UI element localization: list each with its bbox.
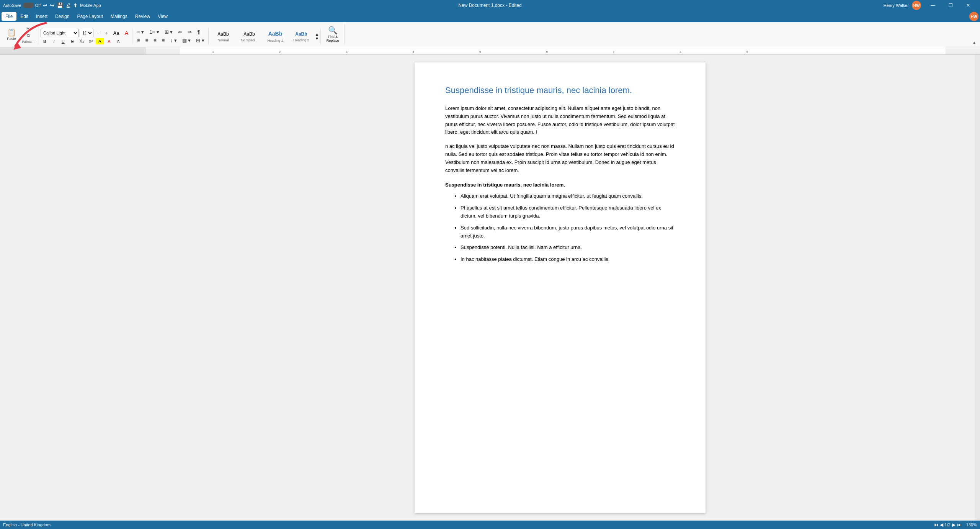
styles-scroll[interactable]: ▲ ▼ [315, 32, 319, 41]
find-replace-btn[interactable]: 🔍 Find & Replace [323, 24, 343, 44]
paste-btn[interactable]: 📋 Paste [4, 27, 19, 43]
superscript-btn[interactable]: X² [87, 38, 95, 44]
align-center-btn[interactable]: ≡ [143, 36, 151, 44]
style-heading1-btn[interactable]: AaBb Heading 1 [263, 28, 287, 44]
ribbon: 📋 Paste ✂ ⧉ Painta... Calibri Light 10 −… [0, 22, 980, 47]
mobile-app-btn[interactable]: Mobile App [80, 3, 101, 8]
copy-btn[interactable]: ⧉ [20, 32, 36, 39]
next-page-btn[interactable]: ▶ [952, 522, 956, 527]
line-spacing-btn[interactable]: ↕ ▾ [168, 36, 179, 44]
last-page-btn[interactable]: ⏭ [957, 522, 962, 527]
window-controls: — ❐ ✕ [924, 0, 977, 11]
cut-btn[interactable]: ✂ [20, 25, 36, 32]
justify-btn[interactable]: ≡ [160, 36, 167, 44]
clipboard-small: ✂ ⧉ Painta... [20, 25, 36, 44]
char-shade-btn[interactable]: A [114, 38, 122, 44]
scrollbar-area[interactable] [975, 55, 980, 521]
style-normal-name: Normal [217, 38, 229, 42]
ruler-mark-8: 8 [679, 50, 681, 54]
scrollbar-thumb[interactable] [975, 59, 980, 89]
status-bar-right: ⏮ ◀ 1/2 ▶ ⏭ 130% [934, 522, 977, 527]
menu-review[interactable]: Review [131, 12, 154, 21]
subscript-btn[interactable]: X₂ [77, 38, 86, 44]
share-btn[interactable]: ⬆ [73, 2, 78, 8]
font-controls-row1: Calibri Light 10 − + Aa A [41, 29, 131, 37]
menu-design[interactable]: Design [51, 12, 73, 21]
align-left-btn[interactable]: ≡ [135, 36, 142, 44]
list-group: ≡ ▾ 1≡ ▾ ⊞ ▾ ⇐ ⇒ ¶ ≡ ≡ ≡ ≡ ↕ ▾ ▨ ▾ ⊞ ▾ [135, 28, 207, 44]
menu-mailings[interactable]: Mailings [107, 12, 131, 21]
style-nospace-btn[interactable]: AaBb No Spaci... [237, 29, 261, 44]
ruler: 1 2 3 4 5 6 7 8 9 [0, 47, 980, 55]
clear-format-btn[interactable]: A [122, 29, 131, 37]
menu-edit[interactable]: Edit [16, 12, 32, 21]
ribbon-collapse: ▲ [971, 40, 978, 44]
ruler-white [180, 47, 946, 54]
maximize-btn[interactable]: ❐ [942, 0, 959, 11]
highlight-btn[interactable]: A [96, 38, 104, 44]
menu-insert[interactable]: Insert [32, 12, 51, 21]
document-paragraph-1: Lorem ipsum dolor sit amet, consectetur … [445, 105, 675, 136]
style-normal-btn[interactable]: AaBb Normal [211, 29, 235, 44]
collapse-ribbon-btn[interactable]: ▲ [971, 40, 978, 44]
indent-btn[interactable]: ⇒ [185, 28, 194, 36]
document-page[interactable]: Suspendisse in tristique mauris, nec lac… [415, 62, 706, 513]
user-avatar-menu[interactable]: HW [969, 12, 978, 21]
shading-btn[interactable]: ▨ ▾ [180, 36, 193, 44]
style-heading2-name: Heading 2 [293, 38, 309, 42]
font-group: Calibri Light 10 − + Aa A B I U S X₂ X² … [39, 29, 132, 44]
ruler-mark-1: 1 [212, 50, 214, 54]
document-title: New Document 1.docx - Edited [458, 3, 521, 8]
title-bar-left: AutoSave Off ↩ ↪ 💾 🖨 ⬆ Mobile App [3, 2, 101, 8]
ruler-content: 1 2 3 4 5 6 7 8 9 [145, 47, 980, 54]
style-heading2-btn[interactable]: AaBb Heading 2 [289, 29, 314, 44]
scrollbar-track[interactable] [975, 55, 980, 521]
autosave-toggle[interactable] [23, 3, 34, 8]
find-replace-icon: 🔍 [328, 26, 338, 35]
menu-view[interactable]: View [154, 12, 172, 21]
title-bar-right: Henry Walker HW — ❐ ✕ [884, 0, 977, 11]
font-color-btn[interactable]: A [105, 38, 113, 44]
prev-page-btn[interactable]: ◀ [940, 522, 943, 527]
save-btn[interactable]: 💾 [57, 2, 63, 8]
left-sidebar [0, 55, 145, 521]
italic-btn[interactable]: I [50, 38, 58, 44]
document-area: Suspendisse in tristique mauris, nec lac… [145, 55, 975, 521]
ruler-mark-7: 7 [613, 50, 614, 54]
format-paint-btn[interactable]: Painta... [20, 39, 36, 44]
list-item-4: Suspendisse potenti. Nulla facilisi. Nam… [461, 244, 675, 252]
ruler-left-margin [0, 47, 145, 54]
close-btn[interactable]: ✕ [959, 0, 977, 11]
borders-btn[interactable]: ⊞ ▾ [194, 36, 207, 44]
show-formatting-btn[interactable]: ¶ [195, 28, 202, 36]
align-right-btn[interactable]: ≡ [151, 36, 159, 44]
underline-btn[interactable]: U [59, 38, 67, 44]
document-paragraph-2: n ac ligula vel justo vulputate vulputat… [445, 142, 675, 174]
find-replace-label: Find & Replace [327, 35, 339, 43]
font-family-select[interactable]: Calibri Light [41, 29, 79, 37]
first-page-btn[interactable]: ⏮ [934, 522, 938, 527]
print-btn[interactable]: 🖨 [65, 2, 71, 8]
multilevel-btn[interactable]: ⊞ ▾ [162, 28, 175, 36]
decrease-font-btn[interactable]: − [94, 29, 102, 37]
increase-font-btn[interactable]: + [103, 29, 110, 37]
menu-bar: File Edit Insert Design Page Layout Mail… [0, 11, 980, 22]
style-heading1-preview: AaBb [268, 30, 283, 38]
undo-btn[interactable]: ↩ [43, 2, 47, 8]
bullets-btn[interactable]: ≡ ▾ [135, 28, 146, 36]
minimize-btn[interactable]: — [924, 0, 942, 11]
font-size-select[interactable]: 10 [80, 29, 93, 37]
autosave-area: AutoSave Off [3, 3, 41, 8]
menu-file[interactable]: File [2, 12, 16, 21]
ruler-mark-9: 9 [746, 50, 748, 54]
strike-btn[interactable]: S [68, 38, 77, 44]
outdent-btn[interactable]: ⇐ [176, 28, 185, 36]
menu-page-layout[interactable]: Page Layout [73, 12, 106, 21]
user-avatar[interactable]: HW [912, 1, 921, 10]
redo-btn[interactable]: ↪ [50, 2, 54, 8]
font-case-btn[interactable]: Aa [111, 29, 122, 37]
font-controls-row2: B I U S X₂ X² A A A [41, 38, 131, 44]
zoom-level: 130% [966, 522, 977, 527]
bold-btn[interactable]: B [41, 38, 49, 44]
numbering-btn[interactable]: 1≡ ▾ [147, 28, 161, 36]
